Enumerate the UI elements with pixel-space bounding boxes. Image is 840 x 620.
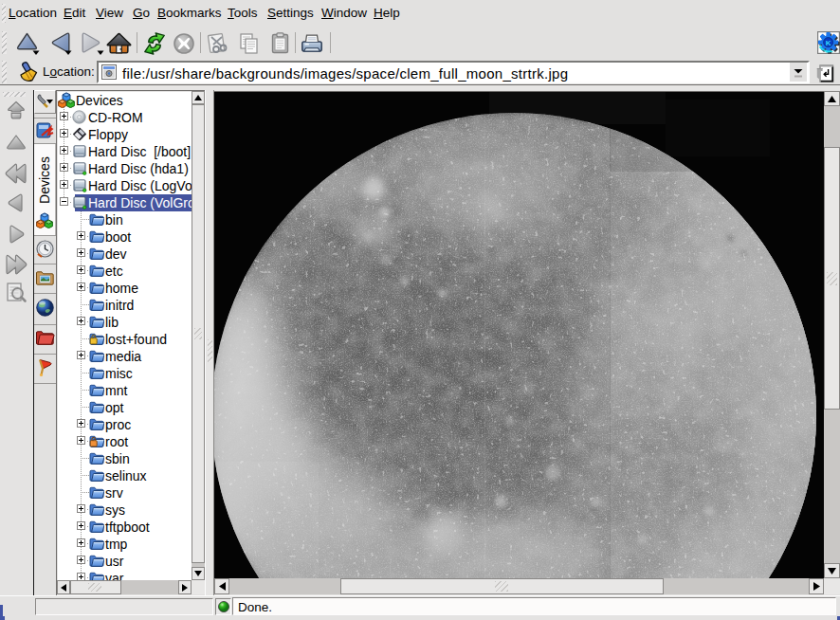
svg-text:K: K [826,39,831,47]
